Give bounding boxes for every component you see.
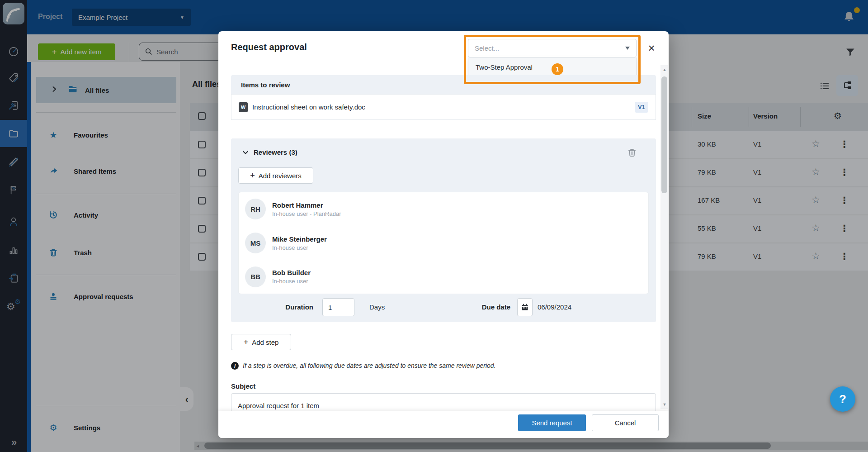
workflow-select-placeholder: Select...: [475, 44, 499, 52]
scroll-up-arrow-icon[interactable]: ▲: [662, 67, 667, 72]
modal-scrollbar-thumb[interactable]: [661, 76, 667, 193]
review-file-row: W Instructional sheet on work safety.doc…: [231, 94, 656, 120]
duration-label: Duration: [276, 303, 313, 311]
reviewers-collapse-toggle[interactable]: Reviewers (3): [242, 148, 297, 156]
items-to-review-section: Items to review W Instructional sheet on…: [231, 75, 656, 120]
help-button[interactable]: ?: [830, 386, 855, 412]
add-reviewers-button[interactable]: + Add reviewers: [238, 167, 313, 184]
modal-footer: Send request Cancel: [218, 411, 669, 438]
plus-icon: +: [250, 171, 255, 181]
reviewer-name: Robert Hammer: [272, 201, 341, 209]
app-root: Project Example Project ▼: [0, 0, 868, 452]
subject-label: Subject: [231, 382, 255, 390]
reviewers-step-section: Reviewers (3) + Add reviewers RH Robert …: [231, 138, 656, 322]
workflow-select[interactable]: Select...: [468, 39, 637, 57]
add-step-button[interactable]: + Add step: [231, 334, 291, 350]
modal-title: Request approval: [231, 42, 307, 52]
items-to-review-label: Items to review: [231, 75, 656, 94]
close-icon[interactable]: ×: [645, 41, 658, 55]
reviewers-label: Reviewers (3): [254, 148, 297, 156]
send-request-button[interactable]: Send request: [518, 414, 586, 431]
due-date-value: 06/09/2024: [538, 303, 571, 311]
calendar-icon[interactable]: [517, 298, 533, 316]
reviewer-name: Bob Builder: [272, 269, 311, 276]
delete-step-trash-icon[interactable]: [627, 147, 638, 158]
workflow-option-two-step[interactable]: Two-Step Approval: [468, 57, 636, 76]
version-badge: V1: [635, 102, 648, 113]
scroll-down-arrow-icon[interactable]: ▼: [662, 402, 667, 407]
plus-icon: +: [244, 338, 249, 347]
duration-input[interactable]: [322, 298, 354, 316]
reviewer-row: MS Mike Steinberger In-house user: [239, 226, 648, 260]
reviewer-row: BB Bob Builder In-house user: [239, 260, 648, 294]
avatar: BB: [245, 266, 266, 287]
reviewer-name: Mike Steinberger: [272, 235, 327, 243]
chevron-down-icon: [242, 149, 249, 156]
reviewer-subtitle: In-house user: [272, 278, 311, 285]
due-date-label: Due date: [475, 303, 510, 311]
request-approval-modal: Request approval × Select... Two-Step Ap…: [218, 31, 669, 438]
reviewer-subtitle: In-house user - PlanRadar: [272, 210, 341, 217]
reviewer-subtitle: In-house user: [272, 244, 327, 251]
reviewer-row: RH Robert Hammer In-house user - PlanRad…: [239, 192, 648, 226]
avatar: MS: [245, 233, 266, 253]
chevron-down-icon: [625, 47, 630, 50]
info-icon: i: [231, 362, 239, 370]
file-name: Instructional sheet on work safety.doc: [252, 103, 365, 111]
duration-unit: Days: [369, 303, 385, 311]
avatar: RH: [245, 199, 266, 219]
info-note: If a step is overdue, all following due …: [243, 362, 641, 369]
cancel-button[interactable]: Cancel: [592, 414, 659, 431]
reviewers-list-card: RH Robert Hammer In-house user - PlanRad…: [238, 192, 649, 294]
word-doc-icon: W: [239, 102, 248, 112]
